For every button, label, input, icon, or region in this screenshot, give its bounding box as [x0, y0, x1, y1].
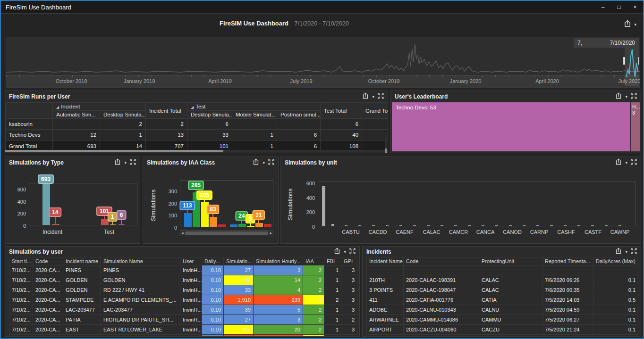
- maximize-panel-icon[interactable]: [268, 158, 274, 167]
- export-icon[interactable]: [114, 158, 121, 167]
- unit-bar[interactable]: [495, 225, 498, 226]
- table-row[interactable]: AIRPORT2020-CACZU-004080CACZU7/5/2020 21…: [367, 325, 638, 335]
- unit-bar[interactable]: [605, 225, 608, 226]
- horizontal-scrollbar[interactable]: ◂ ▸: [180, 230, 273, 236]
- pivot-group-test[interactable]: ◢Test: [187, 103, 321, 111]
- table-row[interactable]: 7/10/2...2020-CA...PA HAHIGHLAND DR PAIU…: [9, 315, 357, 325]
- column-header[interactable]: ProtectingUnit: [479, 257, 542, 265]
- export-icon[interactable]: [615, 92, 622, 101]
- bar-iaa1-orange[interactable]: [210, 217, 217, 227]
- bar-iaa2-orange[interactable]: [255, 223, 263, 227]
- unit-bar[interactable]: [372, 225, 375, 226]
- pivot-test-total-header[interactable]: Test Total: [321, 103, 362, 119]
- table-row-clipped[interactable]: [9, 335, 357, 337]
- maximize-panel-icon[interactable]: [631, 158, 637, 167]
- column-header[interactable]: Start ti...: [9, 257, 33, 265]
- maximize-panel-icon[interactable]: [631, 92, 637, 101]
- bar-test-1[interactable]: [110, 224, 116, 225]
- column-header[interactable]: DailyAcres (Max): [593, 257, 638, 265]
- unit-bar[interactable]: [564, 225, 567, 226]
- table-row[interactable]: 7/10/2...2020-CA...GOLDENRD 222 / HWY 41…: [9, 285, 357, 295]
- timeline-chart[interactable]: October 2018 January 2019 April 2019 Jul…: [6, 37, 640, 88]
- pivot-subheader[interactable]: Desktop Simula...: [100, 111, 146, 119]
- column-header[interactable]: Incident name: [63, 257, 101, 265]
- unit-bar[interactable]: [523, 225, 525, 226]
- unit-bar[interactable]: [386, 225, 389, 226]
- unit-bar[interactable]: [550, 225, 553, 226]
- unit-bar[interactable]: [358, 225, 361, 226]
- timeline-selection-window[interactable]: [625, 48, 639, 86]
- vertical-scrollbar[interactable]: [385, 136, 387, 153]
- treemap-block-techno-devs[interactable]: Techno Devs: 53: [392, 102, 630, 151]
- bar-incident-693[interactable]: [42, 183, 50, 225]
- scrollbar-thumb[interactable]: [5, 150, 223, 152]
- unit-bar[interactable]: [577, 225, 580, 226]
- table-row[interactable]: 7/10/2...2020-CA...EASTEAST RD LOWER_LAK…: [9, 325, 357, 335]
- pivot-subheader[interactable]: Postman simul...: [277, 111, 321, 119]
- maximize-panel-icon[interactable]: [378, 92, 384, 101]
- bar-iaa2-blue[interactable]: [230, 224, 237, 227]
- column-header[interactable]: Daily...: [202, 257, 224, 265]
- chevron-down-icon[interactable]: ▾: [625, 160, 627, 165]
- table-row[interactable]: AHWAHNEE2020-CAMMU-014086CAMMU7/5/2020 0…: [367, 315, 638, 325]
- selection-right-handle[interactable]: [638, 57, 640, 65]
- export-icon[interactable]: [334, 248, 340, 256]
- column-header[interactable]: Simulation Hourly...: [254, 257, 303, 265]
- unit-bar[interactable]: [399, 225, 402, 226]
- table-row[interactable]: 4112020-CATIA-001776CATIA7/5/2020 14:030…: [367, 295, 638, 305]
- unit-bar[interactable]: [454, 225, 457, 226]
- maximize-panel-icon[interactable]: [349, 248, 356, 256]
- bar-iaa2-yellow[interactable]: [247, 226, 254, 227]
- export-icon[interactable]: [615, 248, 622, 256]
- scroll-left-icon[interactable]: ◂: [181, 231, 184, 236]
- scrollbar-thumb[interactable]: [185, 232, 269, 235]
- unit-bar[interactable]: [345, 225, 347, 226]
- scrollbar-thumb[interactable]: [385, 149, 387, 153]
- pivot-row[interactable]: Techno Devs 12 1 13 33 1 6 40: [6, 130, 388, 141]
- unit-bar[interactable]: [619, 225, 621, 226]
- column-header[interactable]: Reported Timesta...: [542, 257, 593, 265]
- column-header[interactable]: GPI: [341, 257, 357, 265]
- pivot-subheader[interactable]: Automatic Sim...: [53, 111, 100, 119]
- table-row[interactable]: 3 POINTS2020-CALAC-198047CALAC7/6/2020 0…: [367, 285, 638, 295]
- collapse-icon[interactable]: ◢: [191, 105, 194, 109]
- bar-incident-14[interactable]: [52, 224, 59, 225]
- pivot-incident-total-header[interactable]: Incident Total: [146, 103, 187, 119]
- export-icon[interactable]: [624, 20, 631, 29]
- unit-bar[interactable]: [482, 225, 484, 226]
- maximize-panel-icon[interactable]: [130, 158, 136, 167]
- table-row[interactable]: [367, 265, 638, 275]
- export-icon[interactable]: [253, 158, 259, 167]
- column-header[interactable]: Code: [33, 257, 63, 265]
- table-row[interactable]: ADOBE2020-CALNU-010343CALNU7/5/2020 04:5…: [367, 305, 638, 315]
- table-row[interactable]: 7/10/2...2020-CA...STAMPEDEE ACAMPO RD C…: [9, 295, 357, 305]
- column-header[interactable]: Incident Name: [367, 257, 404, 265]
- unit-bar[interactable]: [441, 225, 443, 226]
- chevron-down-icon[interactable]: ▾: [625, 249, 627, 254]
- treemap-block-h[interactable]: H...3: [631, 102, 640, 151]
- bar-iaa1-blue[interactable]: [184, 213, 192, 227]
- unit-bar[interactable]: [427, 225, 430, 226]
- column-header[interactable]: Simulatio...: [224, 257, 254, 265]
- unit-bar[interactable]: [413, 225, 416, 226]
- horizontal-scrollbar[interactable]: [5, 150, 387, 152]
- scroll-right-icon[interactable]: ▸: [270, 231, 272, 236]
- bar-iaa1-red[interactable]: [218, 224, 226, 227]
- selection-left-handle[interactable]: [623, 57, 625, 65]
- column-header[interactable]: IAA: [303, 257, 324, 265]
- chevron-down-icon[interactable]: ▾: [625, 94, 627, 99]
- table-row[interactable]: 7/10/2...2020-CA...GOLDENGOLDENIrwinH...…: [9, 275, 357, 285]
- unit-bar[interactable]: [591, 225, 594, 226]
- export-icon[interactable]: [362, 92, 369, 101]
- pivot-subheader[interactable]: Desktop Simula...: [187, 111, 232, 119]
- bar-iaa2-red[interactable]: [264, 224, 271, 227]
- table-row[interactable]: 210TH2020-CALAC-198391CALAC7/6/2020 06:2…: [367, 275, 638, 285]
- export-icon[interactable]: [615, 158, 622, 167]
- column-header[interactable]: Simulation Name: [101, 257, 180, 265]
- maximize-panel-icon[interactable]: [631, 248, 637, 256]
- table-row[interactable]: 7/10/2...2020-CA...PINESPINESIrwinH... 0…: [9, 265, 357, 275]
- column-header[interactable]: FBI: [324, 257, 341, 265]
- chevron-down-icon[interactable]: ▾: [344, 249, 346, 254]
- pivot-group-incident[interactable]: ◢Incident: [53, 103, 146, 111]
- unit-bar[interactable]: [331, 224, 334, 226]
